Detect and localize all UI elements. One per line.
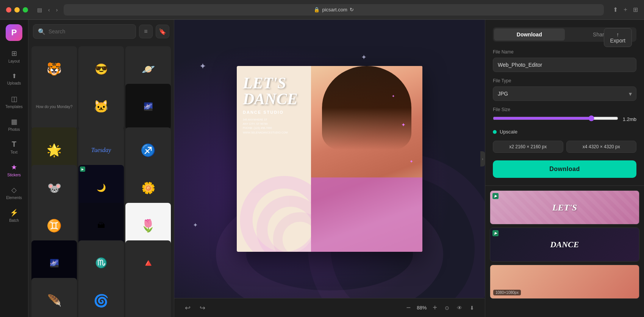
canvas-toolbar: ↩ ↪ − 88% + ⊙ 👁 ⬇ xyxy=(174,298,485,317)
layout-icon: ⊞ xyxy=(11,49,17,58)
thumbnail-photo[interactable]: 1080×1080px xyxy=(490,265,639,299)
elements-icon: ◇ xyxy=(11,186,17,194)
sticker-cat[interactable]: 🐱 xyxy=(78,84,124,129)
thumb-dim-label: 1080×1080px xyxy=(493,290,521,295)
design-star-2: ✦ xyxy=(410,159,413,164)
sidebar-item-uploads[interactable]: ⬆ Uploads xyxy=(2,68,27,89)
upscale-row: Upscale xyxy=(493,129,636,135)
lock-icon: 🔒 xyxy=(314,7,320,13)
sticker-badge: ▶ xyxy=(80,166,85,172)
design-phone: PHONE: (123) 456-7890 xyxy=(243,126,314,130)
download-small-button[interactable]: ⬇ xyxy=(468,303,476,312)
layout-label: Layout xyxy=(8,59,20,63)
upscale-x2-option[interactable]: x2 2160 × 2160 px xyxy=(493,141,563,153)
person-hair xyxy=(322,66,411,150)
design-star-1: ✦ xyxy=(401,122,406,128)
forward-button[interactable]: › xyxy=(55,6,59,14)
sidebar-toggle-icon[interactable]: ▤ xyxy=(36,6,44,14)
traffic-lights xyxy=(6,7,28,13)
design-card[interactable]: ✦ ✦ ✦ LET'S DANCE DANCE STUDIO 345 ANYWH… xyxy=(237,66,422,252)
grid-icon[interactable]: ⊞ xyxy=(633,6,638,13)
canvas-area: ✦ ✦ ✦ · xyxy=(174,20,485,317)
app-logo[interactable]: P xyxy=(6,24,22,41)
eye-button[interactable]: 👁 xyxy=(455,303,464,312)
traffic-light-close[interactable] xyxy=(6,7,11,13)
stickers-icon: ★ xyxy=(11,163,17,171)
right-panel: Download Share File Name File Type JPG P… xyxy=(485,20,644,317)
design-website: WWW.SELENADANCESTUDIO.COM xyxy=(243,130,314,135)
batch-icon: ⚡ xyxy=(10,209,18,217)
traffic-light-fullscreen[interactable] xyxy=(23,7,28,13)
sticker-feather[interactable]: 🪶 xyxy=(31,278,77,317)
address-bar[interactable]: 🔒 picsart.com ↻ xyxy=(64,4,604,16)
thumb-lets-content: ▶ LET'S xyxy=(490,191,639,224)
canvas-toolbar-left: ↩ ↪ xyxy=(183,302,207,314)
sidebar-item-stickers[interactable]: ★ Stickers xyxy=(2,159,27,180)
sticker-empty xyxy=(125,278,171,317)
thumb-lets-badge: ▶ xyxy=(492,193,499,199)
bookmark-button[interactable]: 🔖 xyxy=(156,25,169,38)
traffic-light-minimize[interactable] xyxy=(14,7,20,13)
sidebar-item-elements[interactable]: ◇ Elements xyxy=(2,182,27,203)
new-tab-icon[interactable]: ＋ xyxy=(622,6,628,14)
tab-download[interactable]: Download xyxy=(494,28,565,41)
sidebar-item-layout[interactable]: ⊞ Layout xyxy=(2,46,27,67)
design-photo: ✦ ✦ ✦ xyxy=(311,66,422,252)
zoom-fit-button[interactable]: ⊙ xyxy=(443,303,451,312)
filter-button[interactable]: ≡ xyxy=(139,25,153,38)
sidebar-item-text[interactable]: T Text xyxy=(2,137,27,158)
thumbnail-lets[interactable]: ▶ LET'S xyxy=(490,190,639,224)
thumb-dance-content: ▶ DANCE xyxy=(490,228,639,261)
thumbnail-strip: ▶ LET'S ▶ DANCE 1080×1080px xyxy=(485,186,644,317)
undo-button[interactable]: ↩ xyxy=(183,302,192,314)
templates-icon: ◫ xyxy=(11,95,17,103)
file-type-group: File Type JPG PNG PDF MP4 ▾ xyxy=(493,78,636,101)
uploads-icon: ⬆ xyxy=(12,72,17,80)
sidebar-item-templates[interactable]: ◫ Templates xyxy=(2,91,27,112)
uploads-label: Uploads xyxy=(7,81,21,85)
thumbnail-dance[interactable]: ▶ DANCE xyxy=(490,228,639,262)
file-name-input[interactable] xyxy=(493,58,636,72)
sticker-swirl[interactable]: 🌀 xyxy=(78,278,124,317)
design-star-3: ✦ xyxy=(392,94,395,98)
share-icon[interactable]: ⬆ xyxy=(613,6,618,13)
stickers-panel: 🔍 ≡ 🔖 🐯 😎 🪐 How do you Monday? 🐱 🌌 🌟 Tue… xyxy=(28,20,174,317)
export-button[interactable]: ↑ Export xyxy=(604,28,632,47)
canvas-content: ✦ ✦ ✦ · xyxy=(174,20,485,298)
search-input[interactable] xyxy=(48,28,131,35)
sparkle-decoration: ✦ xyxy=(199,61,206,71)
templates-label: Templates xyxy=(5,105,23,109)
thumb-dance-badge: ▶ xyxy=(492,230,499,236)
search-input-wrap[interactable]: 🔍 xyxy=(33,24,136,39)
search-icon: 🔍 xyxy=(38,28,45,35)
sticker-dark-space[interactable]: 🌌 xyxy=(125,84,171,129)
sticker-grid: 🐯 😎 🪐 How do you Monday? 🐱 🌌 🌟 Tuesday ♐… xyxy=(28,43,174,317)
zoom-out-button[interactable]: − xyxy=(405,302,413,314)
design-title-line1: LET'S xyxy=(243,75,314,91)
app-layout: P ⊞ Layout ⬆ Uploads ◫ Templates ▦ Photo… xyxy=(0,20,644,317)
person-shirt xyxy=(311,177,422,252)
sticker-monday[interactable]: How do you Monday? xyxy=(31,84,77,129)
photos-label: Photos xyxy=(8,127,20,132)
file-size-slider[interactable] xyxy=(493,115,618,121)
design-address: 345 ANYWHERE ST ANY CITY, ST 56789 PHONE… xyxy=(243,118,314,135)
browser-right-controls: ⬆ ＋ ⊞ xyxy=(613,6,638,14)
url-text: picsart.com xyxy=(322,7,347,13)
left-nav: P ⊞ Layout ⬆ Uploads ◫ Templates ▦ Photo… xyxy=(0,20,28,317)
back-button[interactable]: ‹ xyxy=(47,6,52,14)
bookmark-icon: 🔖 xyxy=(159,28,166,35)
filter-icon: ≡ xyxy=(144,28,147,35)
collapse-handle[interactable]: › xyxy=(480,151,485,166)
sidebar-item-batch[interactable]: ⚡ Batch xyxy=(2,205,27,226)
refresh-icon[interactable]: ↻ xyxy=(350,7,354,13)
zoom-in-button[interactable]: + xyxy=(431,302,439,314)
upscale-x4-option[interactable]: x4 4320 × 4320 px xyxy=(566,141,637,153)
upscale-indicator xyxy=(493,130,497,134)
sidebar-item-photos[interactable]: ▦ Photos xyxy=(2,114,27,135)
file-size-group: File Size 1.2mb xyxy=(493,107,636,123)
svg-point-1 xyxy=(262,201,319,252)
download-button[interactable]: Download xyxy=(493,160,636,178)
redo-button[interactable]: ↪ xyxy=(198,302,207,314)
file-type-select-wrap: JPG PNG PDF MP4 ▾ xyxy=(493,86,636,101)
file-type-select[interactable]: JPG PNG PDF MP4 xyxy=(493,86,636,101)
